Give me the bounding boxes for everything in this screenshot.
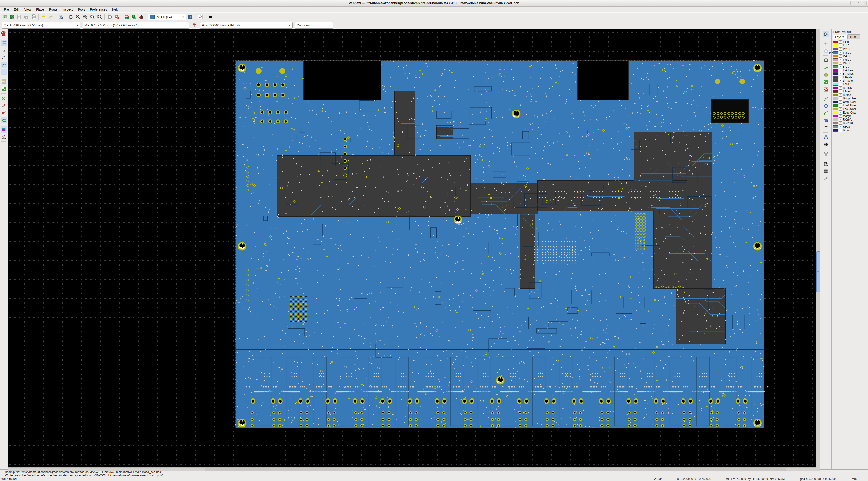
layer-color-swatch[interactable] <box>833 97 838 100</box>
title-bar[interactable]: Pcbnew — /nfs4/home/azonenberg/code/star… <box>0 0 868 6</box>
menu-inspect[interactable]: Inspect <box>60 7 75 12</box>
layer-color-swatch[interactable] <box>833 72 838 75</box>
horizontal-scrollbar-thumb[interactable] <box>205 468 786 471</box>
maximize-button[interactable]: □ <box>856 1 861 5</box>
layer-row-dwgs.user[interactable]: ✓Dwgs.User <box>832 97 868 100</box>
add-footprint-button[interactable] <box>823 57 829 64</box>
layer-row-f.fab[interactable]: ✓F.Fab <box>832 125 868 128</box>
menu-tools[interactable]: Tools <box>75 7 88 12</box>
high-contrast-button[interactable] <box>1 117 7 123</box>
undo-button[interactable] <box>40 14 47 20</box>
layer-visibility-checkbox[interactable]: ✓ <box>839 114 842 118</box>
layer-row-f.cu[interactable]: ✓F.Cu <box>832 40 868 44</box>
layer-visibility-checkbox[interactable]: ✓ <box>839 76 842 79</box>
layer-row-in4.cu[interactable]: ✓In4.Cu <box>832 54 868 58</box>
layer-row-f.silks[interactable]: ✓F.SilkS <box>832 83 868 86</box>
menu-file[interactable]: File <box>1 7 11 12</box>
layer-color-swatch[interactable] <box>833 65 838 68</box>
layer-visibility-checkbox[interactable]: ✓ <box>839 111 842 114</box>
track-width-select[interactable]: Track: 0.089 mm (3.50 mils) ▼ <box>2 22 81 29</box>
add-keepout-button[interactable] <box>823 86 829 92</box>
minimize-button[interactable]: ─ <box>850 1 855 5</box>
layer-row-in1.cu[interactable]: ✓In1.Cu <box>832 44 868 48</box>
layer-visibility-checkbox[interactable]: ✓ <box>839 51 842 54</box>
highlight-net-button[interactable] <box>823 40 829 47</box>
layer-row-in6.cu[interactable]: ✓In6.Cu <box>832 61 868 65</box>
layer-row-b.cu[interactable]: ✓B.Cu <box>832 65 868 68</box>
layer-visibility-checkbox[interactable]: ✓ <box>839 125 842 128</box>
add-line-button[interactable] <box>823 95 829 102</box>
delete-button[interactable] <box>823 151 829 157</box>
board-setup-button[interactable] <box>8 14 15 20</box>
ratsnest-curved-button[interactable] <box>1 86 7 92</box>
find-button[interactable] <box>57 14 64 20</box>
units-inches-button[interactable]: in <box>1 54 7 61</box>
layer-row-b.crtyd[interactable]: ✓B.CrtYd <box>832 121 868 125</box>
layer-color-swatch[interactable] <box>833 111 838 114</box>
layer-color-swatch[interactable] <box>833 76 838 79</box>
refresh-button[interactable] <box>67 14 74 20</box>
layer-visibility-checkbox[interactable]: ✓ <box>839 118 842 121</box>
layer-row-in2.cu[interactable]: ✓In2.Cu <box>832 47 868 51</box>
tab-items[interactable]: Items <box>847 34 860 39</box>
layer-color-swatch[interactable] <box>833 129 838 131</box>
pad-display-button[interactable] <box>1 102 7 109</box>
auto-track-width-button[interactable] <box>187 14 193 20</box>
grid-origin-button[interactable] <box>823 167 829 174</box>
close-button[interactable]: × <box>862 1 867 5</box>
cursor-shape-button[interactable] <box>1 69 7 75</box>
layer-color-swatch[interactable] <box>833 94 838 96</box>
layer-visibility-checkbox[interactable]: ✓ <box>839 104 842 107</box>
layer-row-f.mask[interactable]: ✓F.Mask <box>832 90 868 93</box>
layer-color-swatch[interactable] <box>833 104 838 107</box>
select-button[interactable] <box>823 31 829 37</box>
layer-row-eco2.user[interactable]: ✓Eco2.User <box>832 107 868 111</box>
polar-coords-button[interactable]: rθ <box>1 47 7 54</box>
drc-button[interactable] <box>138 14 145 20</box>
track-display-button[interactable] <box>1 110 7 116</box>
footprint-editor-button[interactable] <box>106 14 113 20</box>
via-display-button[interactable] <box>1 95 7 101</box>
layer-visibility-checkbox[interactable]: ✓ <box>839 69 842 72</box>
console-button[interactable]: >_ <box>207 14 213 20</box>
layer-row-f.paste[interactable]: ✓F.Paste <box>832 76 868 79</box>
layer-row-eco1.user[interactable]: ✓Eco1.User <box>832 104 868 108</box>
pcb-canvas[interactable] <box>8 29 816 468</box>
layer-visibility-checkbox[interactable]: ✓ <box>839 48 842 51</box>
local-ratsnest-button[interactable] <box>823 48 829 54</box>
active-layer-select[interactable]: In3.Cu (F4) ▼ <box>148 14 186 20</box>
layer-visibility-checkbox[interactable]: ✓ <box>839 55 842 58</box>
zoom-out-button[interactable] <box>82 14 88 20</box>
menu-edit[interactable]: Edit <box>11 7 22 12</box>
layer-color-swatch[interactable] <box>833 118 838 121</box>
footprint-browser-button[interactable] <box>114 14 120 20</box>
layer-row-b.silks[interactable]: ✓B.SilkS <box>832 86 868 90</box>
menu-route[interactable]: Route <box>46 7 60 12</box>
microwave-tools-button[interactable] <box>1 133 7 140</box>
layer-visibility-checkbox[interactable]: ✓ <box>839 44 842 47</box>
place-origin-button[interactable] <box>823 160 829 167</box>
layer-visibility-checkbox[interactable]: ✓ <box>839 93 842 96</box>
layer-color-swatch[interactable] <box>833 41 838 43</box>
layer-row-margin[interactable]: ✓Margin <box>832 114 868 118</box>
menu-view[interactable]: View <box>22 7 34 12</box>
layer-color-swatch[interactable] <box>833 79 838 82</box>
add-via-button[interactable] <box>823 71 829 78</box>
layer-visibility-checkbox[interactable]: ✓ <box>839 86 842 90</box>
layer-color-swatch[interactable] <box>833 115 838 117</box>
diff-pair-button[interactable] <box>197 14 204 20</box>
zoom-selection-button[interactable] <box>96 14 103 20</box>
via-size-select[interactable]: Via: 0.45 / 0.25 mm (17.7 / 9.8 mils) * … <box>83 22 189 29</box>
layer-color-swatch[interactable] <box>833 51 838 54</box>
tab-layers[interactable]: Layers <box>833 35 847 39</box>
layer-row-f.adhes[interactable]: ✓F.Adhes <box>832 68 868 72</box>
vertical-scrollbar[interactable] <box>816 29 820 468</box>
plot-button[interactable] <box>30 14 37 20</box>
add-circle-button[interactable] <box>823 103 829 109</box>
add-target-button[interactable] <box>823 141 829 148</box>
page-settings-button[interactable] <box>16 14 22 20</box>
redo-button[interactable] <box>48 14 54 20</box>
layer-visibility-checkbox[interactable]: ✓ <box>839 108 842 111</box>
layer-visibility-checkbox[interactable]: ✓ <box>839 72 842 75</box>
layer-color-swatch[interactable] <box>833 125 838 128</box>
